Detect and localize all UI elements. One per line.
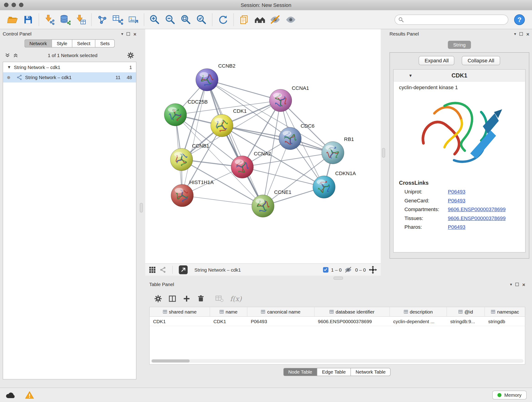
table-cell[interactable]: CDK1 (210, 317, 247, 326)
network-node-CDC25B[interactable] (164, 104, 187, 126)
search-input[interactable] (406, 17, 505, 23)
network-options-gear-icon[interactable] (127, 51, 134, 59)
show-columns-icon[interactable] (168, 294, 177, 303)
collapse-all-tree-icon[interactable] (5, 53, 10, 58)
column-header-canonical-name[interactable]: canonical name (247, 307, 315, 316)
delete-column-trash-icon[interactable] (197, 294, 205, 303)
horizontal-scrollbar[interactable] (151, 359, 524, 363)
column-header-database-identifier[interactable]: database identifier (315, 307, 390, 316)
tab-node-table[interactable]: Node Table (283, 368, 317, 376)
network-node-CDKN1A[interactable] (313, 176, 335, 198)
tab-select[interactable]: Select (72, 39, 95, 48)
tab-edge-table[interactable]: Edge Table (317, 368, 350, 376)
column-header-namespac[interactable]: namespac (485, 307, 525, 316)
table-panel-menu-icon[interactable]: ▾ (510, 282, 512, 287)
cloud-icon[interactable] (6, 391, 16, 399)
section-expander-icon[interactable]: ▼ (409, 73, 413, 78)
help-button[interactable]: ? (512, 12, 527, 27)
collapse-all-button[interactable]: Collapse All (462, 56, 500, 65)
home-view-button[interactable] (252, 12, 268, 27)
network-node-CDC6[interactable] (279, 127, 301, 150)
table-cell[interactable]: stringdb:9... (447, 317, 485, 326)
import-network-file-button[interactable] (42, 12, 57, 27)
network-edge[interactable] (207, 80, 280, 100)
bottom-splitter-handle[interactable] (334, 277, 343, 280)
table-cell[interactable]: P06493 (247, 317, 315, 326)
network-node-CCNA1[interactable] (269, 89, 292, 112)
zoom-out-button[interactable] (162, 12, 178, 27)
network-node-CCNB1[interactable] (170, 148, 193, 171)
search-box[interactable] (394, 14, 508, 25)
export-image-button[interactable] (126, 12, 141, 27)
zoom-selected-button[interactable] (194, 12, 209, 27)
table-panel-close-icon[interactable]: × (522, 282, 525, 287)
table-cell[interactable]: stringdb (485, 317, 525, 326)
table-settings-gear-icon[interactable] (154, 294, 162, 303)
zoom-fit-button[interactable] (178, 12, 194, 27)
new-network-from-table-button[interactable] (110, 12, 126, 27)
network-node-CCNB2[interactable] (196, 69, 218, 91)
crosslink-link[interactable]: 9606.ENSP00000378699 (448, 206, 506, 213)
network-glyph-icon[interactable] (159, 266, 166, 273)
network-node-CCNA2[interactable] (231, 156, 253, 178)
results-panel-menu-icon[interactable]: ▾ (514, 32, 516, 36)
table-cell[interactable]: 9606.ENSP00000378699 (315, 317, 390, 326)
export-network-button[interactable] (179, 265, 188, 274)
zoom-in-button[interactable] (147, 12, 162, 27)
tab-style[interactable]: Style (51, 39, 72, 48)
gene-section-header[interactable]: ▼ CDK1 (394, 70, 525, 82)
tree-expander-icon[interactable]: ▼ (7, 65, 11, 70)
save-session-button[interactable] (20, 12, 36, 27)
table-panel-float-icon[interactable] (515, 283, 519, 286)
network-node-RB1[interactable] (322, 142, 344, 164)
add-column-plus-icon[interactable] (183, 294, 191, 303)
network-canvas[interactable]: CCNB2CCNA1CDC25BCDK1CDC6RB1CCNB1CCNA2CDK… (145, 29, 381, 263)
crosslink-link[interactable]: P06493 (448, 188, 466, 196)
table-cell[interactable]: cyclin-dependent ... (390, 317, 447, 326)
left-splitter-handle[interactable] (140, 203, 143, 212)
open-file-button[interactable] (5, 12, 20, 27)
control-panel-close-icon[interactable]: × (133, 32, 136, 36)
tab-network-table[interactable]: Network Table (351, 368, 391, 376)
table-row[interactable]: CDK1CDK1P064939606.ENSP00000378699cyclin… (150, 317, 525, 326)
column-header-name[interactable]: name (210, 307, 247, 316)
new-network-button[interactable] (94, 12, 110, 27)
tab-string[interactable]: String (448, 41, 471, 49)
string-network-graph[interactable]: CCNB2CCNA1CDC25BCDK1CDC6RB1CCNB1CCNA2CDK… (145, 29, 381, 263)
tab-sets[interactable]: Sets (95, 39, 115, 48)
network-row[interactable]: String Network – cdk1 11 48 (3, 72, 136, 82)
refresh-layout-button[interactable] (215, 12, 231, 27)
warning-icon[interactable] (25, 391, 34, 399)
birds-eye-view-icon[interactable] (149, 266, 156, 274)
crosslink-link[interactable]: P06493 (448, 197, 466, 204)
import-network-database-button[interactable] (57, 12, 73, 27)
column-header-description[interactable]: description (390, 307, 447, 316)
network-node-CCNE1[interactable] (252, 195, 274, 217)
right-splitter-handle[interactable] (382, 148, 385, 157)
tab-network[interactable]: Network (24, 39, 51, 48)
pan-move-icon[interactable] (368, 265, 377, 274)
memory-button[interactable]: Memory (492, 390, 526, 400)
network-collection-row[interactable]: ▼ String Network – cdk1 1 (3, 62, 136, 72)
column-header-@id[interactable]: @id (447, 307, 485, 316)
crosslink-link[interactable]: 9606.ENSP00000378699 (448, 215, 506, 222)
hide-graphics-details-button[interactable] (268, 12, 283, 27)
control-panel-float-icon[interactable] (127, 32, 130, 36)
expand-all-tree-icon[interactable] (13, 53, 18, 58)
annotations-button[interactable] (236, 12, 252, 27)
crosslink-link[interactable]: P06493 (448, 223, 466, 231)
network-node-CDK1[interactable] (211, 114, 233, 137)
network-edge[interactable] (182, 80, 207, 196)
import-table-file-button[interactable] (73, 12, 89, 27)
control-panel-menu-icon[interactable]: ▾ (121, 32, 123, 36)
show-graphics-details-button[interactable] (283, 12, 299, 27)
column-header-shared-name[interactable]: shared name (150, 307, 210, 316)
table-cell[interactable]: CDK1 (150, 317, 210, 326)
selected-checkbox[interactable] (323, 267, 328, 273)
results-panel-close-icon[interactable]: × (526, 32, 529, 36)
expand-all-button[interactable]: Expand All (419, 56, 454, 65)
network-edge[interactable] (207, 80, 263, 206)
network-edge[interactable] (182, 196, 263, 206)
network-node-HIST1H1A[interactable] (171, 184, 193, 207)
results-panel-float-icon[interactable] (520, 32, 523, 36)
